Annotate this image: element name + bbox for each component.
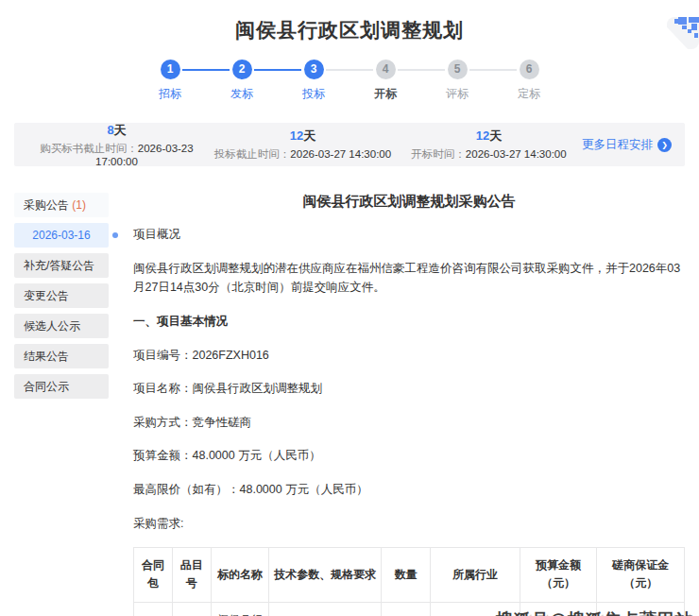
sidebar-item-change-announcement[interactable]: 变更公告 — [14, 283, 109, 308]
step-bidding[interactable]: 3 投标 — [278, 60, 350, 102]
schedule-item-doc-deadline: 8天 购买标书截止时间：2026-03-23 17:00:00 — [24, 122, 210, 167]
step-circle: 2 — [232, 60, 252, 79]
field-procurement-demand: 采购需求: — [133, 514, 685, 534]
arrow-right-icon: ❯ — [657, 138, 672, 152]
sidebar: 采购公告 (1) 2026-03-16 补充/答疑公告 变更公告 候选人公示 结… — [14, 193, 109, 616]
sidebar-date-item[interactable]: 2026-03-16 — [14, 223, 109, 248]
step-circle: 6 — [520, 60, 539, 79]
field-max-price: 最高限价（如有）：48.0000 万元（人民币） — [133, 480, 685, 500]
col-contract-package: 合同包 — [134, 548, 173, 602]
announcement-count-badge: (1) — [72, 198, 86, 212]
sidebar-date-label: 2026-03-16 — [32, 229, 90, 242]
cell-contract-package: 1 — [134, 602, 173, 616]
step-opening[interactable]: 4 开标 — [350, 60, 421, 102]
schedule-label: 开标时间： — [411, 148, 466, 160]
step-circle: 3 — [304, 60, 324, 79]
field-budget-amount: 预算金额：48.0000 万元（人民币） — [133, 446, 685, 466]
sidebar-item-supplement-announcement[interactable]: 补充/答疑公告 — [14, 253, 109, 278]
main-area: 采购公告 (1) 2026-03-16 补充/答疑公告 变更公告 候选人公示 结… — [14, 193, 685, 616]
col-subject-name: 标的名称 — [211, 548, 269, 602]
procurement-table: 合同包 品目号 标的名称 技术参数、规格要求 数量 所属行业 预算金额（元） 磋… — [133, 547, 685, 616]
col-quantity: 数量 — [382, 548, 431, 602]
cell-subject-name: 闽侯县行政区划调整规划 — [211, 602, 269, 616]
step-label: 评标 — [421, 86, 493, 102]
announcement-content: 闽侯县行政区划调整规划采购公告 项目概况 闽侯县行政区划调整规划的潜在供应商应在… — [133, 193, 685, 616]
schedule-label: 购买标书截止时间： — [40, 143, 138, 154]
sidebar-item-candidate-publicity[interactable]: 候选人公示 — [14, 314, 109, 338]
page: 闽侯县行政区划调整规划 1 招标 2 发标 3 投标 4 开标 5 评标 6 定… — [0, 17, 699, 616]
qr-code-fragment — [657, 17, 699, 51]
schedule-item-bid-deadline: 12天 投标截止时间：2026-03-27 14:30:00 — [210, 128, 396, 162]
step-issuing[interactable]: 2 发标 — [206, 60, 278, 102]
page-title: 闽侯县行政区划调整规划 — [0, 17, 699, 43]
schedule-item-opening-time: 12天 开标时间：2026-03-27 14:30:00 — [396, 128, 582, 162]
schedule-bar: 8天 购买标书截止时间：2026-03-23 17:00:00 12天 投标截止… — [14, 123, 685, 166]
cell-quantity: 1项 — [382, 602, 431, 616]
more-schedule-link[interactable]: 更多日程安排 ❯ — [582, 137, 675, 153]
progress-stepper: 1 招标 2 发标 3 投标 4 开标 5 评标 6 定标 — [134, 60, 565, 102]
step-tendering[interactable]: 1 招标 — [134, 60, 206, 102]
sidebar-item-label: 采购公告 — [24, 198, 69, 212]
step-circle: 4 — [376, 60, 396, 79]
step-label: 招标 — [134, 86, 206, 102]
step-label: 发标 — [206, 86, 278, 102]
sidebar-item-contract-publicity[interactable]: 合同公示 — [14, 374, 109, 399]
overview-text: 闽侯县行政区划调整规划的潜在供应商应在福州信豪工程造价咨询有限公司获取采购文件，… — [133, 259, 685, 298]
schedule-value: 2026-03-27 14:30:00 — [466, 148, 567, 160]
section1-heading: 一、项目基本情况 — [133, 312, 685, 332]
field-project-name: 项目名称：闽侯县行政区划调整规划 — [133, 379, 685, 399]
countdown: 12天 — [396, 128, 582, 145]
table-header-row: 合同包 品目号 标的名称 技术参数、规格要求 数量 所属行业 预算金额（元） 磋… — [134, 548, 685, 602]
countdown: 8天 — [24, 122, 210, 139]
countdown: 12天 — [210, 128, 396, 145]
active-date-dot — [112, 232, 118, 238]
step-label: 定标 — [493, 86, 565, 102]
announcement-title: 闽侯县行政区划调整规划采购公告 — [133, 193, 685, 211]
overview-heading: 项目概况 — [133, 225, 685, 245]
step-label: 投标 — [278, 86, 350, 102]
step-label: 开标 — [350, 86, 421, 102]
col-item-number: 品目号 — [172, 548, 211, 602]
col-budget: 预算金额（元） — [520, 548, 597, 602]
cell-item-number: 1-1 — [172, 602, 211, 616]
schedule-label: 投标截止时间： — [214, 148, 291, 160]
sidebar-item-procurement-announcement[interactable]: 采购公告 (1) — [14, 193, 109, 217]
step-circle: 5 — [448, 60, 468, 79]
sidebar-item-result-announcement[interactable]: 结果公告 — [14, 344, 109, 368]
field-project-number: 项目编号：2026FZXH016 — [133, 346, 685, 366]
step-circle: 1 — [161, 60, 180, 79]
cell-tech-specs: 详见第三章《招标内容及要求》 — [269, 602, 382, 616]
col-industry: 所属行业 — [431, 548, 520, 602]
watermark: 搜狐号@搜狐焦点莆田站 — [496, 608, 693, 616]
field-procurement-method: 采购方式：竞争性磋商 — [133, 413, 685, 433]
step-evaluation[interactable]: 5 评标 — [421, 60, 493, 102]
col-tech-specs: 技术参数、规格要求 — [269, 548, 382, 602]
schedule-value: 2026-03-27 14:30:00 — [290, 148, 391, 160]
col-deposit: 磋商保证金（元） — [597, 548, 685, 602]
more-schedule-label: 更多日程安排 — [582, 137, 653, 153]
step-award[interactable]: 6 定标 — [493, 60, 565, 102]
